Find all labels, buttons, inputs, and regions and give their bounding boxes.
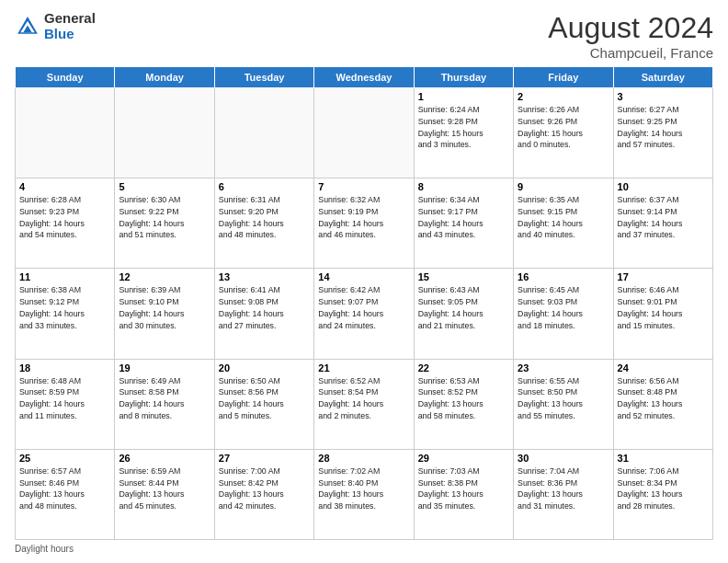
day-number: 7 — [318, 181, 409, 192]
calendar-cell — [115, 88, 214, 178]
calendar-cell — [314, 88, 414, 178]
location-title: Champcueil, France — [548, 45, 713, 61]
day-number: 2 — [518, 91, 609, 102]
day-info: Sunrise: 6:37 AMSunset: 9:14 PMDaylight:… — [618, 194, 709, 241]
logo-text: General Blue — [44, 11, 96, 41]
day-info: Sunrise: 7:04 AMSunset: 8:36 PMDaylight:… — [518, 465, 609, 512]
day-info: Sunrise: 7:03 AMSunset: 8:38 PMDaylight:… — [418, 465, 509, 512]
day-info: Sunrise: 6:42 AMSunset: 9:07 PMDaylight:… — [318, 284, 409, 331]
day-number: 26 — [119, 453, 210, 464]
weekday-header-wednesday: Wednesday — [314, 67, 414, 88]
logo-general: General — [44, 11, 96, 27]
calendar-cell: 29Sunrise: 7:03 AMSunset: 8:38 PMDayligh… — [414, 449, 513, 539]
weekday-header-saturday: Saturday — [613, 67, 712, 88]
day-info: Sunrise: 6:56 AMSunset: 8:48 PMDaylight:… — [618, 375, 709, 422]
day-info: Sunrise: 6:48 AMSunset: 8:59 PMDaylight:… — [19, 375, 110, 422]
day-number: 30 — [518, 453, 609, 464]
calendar-cell: 18Sunrise: 6:48 AMSunset: 8:59 PMDayligh… — [16, 359, 115, 449]
calendar-cell: 30Sunrise: 7:04 AMSunset: 8:36 PMDayligh… — [514, 449, 613, 539]
day-number: 5 — [119, 181, 210, 192]
calendar-cell: 27Sunrise: 7:00 AMSunset: 8:42 PMDayligh… — [214, 449, 313, 539]
day-number: 22 — [418, 362, 509, 373]
calendar-cell — [214, 88, 313, 178]
day-number: 15 — [418, 271, 509, 282]
day-info: Sunrise: 7:06 AMSunset: 8:34 PMDaylight:… — [618, 465, 709, 512]
calendar-cell: 9Sunrise: 6:35 AMSunset: 9:15 PMDaylight… — [514, 178, 613, 269]
day-info: Sunrise: 6:49 AMSunset: 8:58 PMDaylight:… — [119, 375, 210, 422]
day-info: Sunrise: 6:28 AMSunset: 9:23 PMDaylight:… — [19, 194, 110, 241]
day-number: 14 — [318, 271, 409, 282]
day-number: 29 — [418, 453, 509, 464]
day-info: Sunrise: 6:39 AMSunset: 9:10 PMDaylight:… — [119, 284, 210, 331]
calendar-cell: 20Sunrise: 6:50 AMSunset: 8:56 PMDayligh… — [214, 359, 313, 449]
day-info: Sunrise: 6:35 AMSunset: 9:15 PMDaylight:… — [518, 194, 609, 241]
day-info: Sunrise: 6:59 AMSunset: 8:44 PMDaylight:… — [119, 465, 210, 512]
weekday-header-monday: Monday — [115, 67, 214, 88]
week-row-5: 25Sunrise: 6:57 AMSunset: 8:46 PMDayligh… — [16, 449, 713, 539]
day-number: 10 — [618, 181, 709, 192]
day-info: Sunrise: 6:27 AMSunset: 9:25 PMDaylight:… — [618, 104, 709, 151]
calendar-table: SundayMondayTuesdayWednesdayThursdayFrid… — [15, 66, 713, 540]
calendar-cell: 5Sunrise: 6:30 AMSunset: 9:22 PMDaylight… — [115, 178, 214, 269]
calendar-cell: 10Sunrise: 6:37 AMSunset: 9:14 PMDayligh… — [613, 178, 712, 269]
title-block: August 2024 Champcueil, France — [548, 11, 713, 61]
calendar-cell: 14Sunrise: 6:42 AMSunset: 9:07 PMDayligh… — [314, 269, 414, 359]
day-info: Sunrise: 6:45 AMSunset: 9:03 PMDaylight:… — [518, 284, 609, 331]
calendar-cell: 8Sunrise: 6:34 AMSunset: 9:17 PMDaylight… — [414, 178, 513, 269]
day-number: 28 — [318, 453, 409, 464]
calendar-cell: 31Sunrise: 7:06 AMSunset: 8:34 PMDayligh… — [613, 449, 712, 539]
day-info: Sunrise: 6:52 AMSunset: 8:54 PMDaylight:… — [318, 375, 409, 422]
day-info: Sunrise: 6:38 AMSunset: 9:12 PMDaylight:… — [19, 284, 110, 331]
weekday-header-tuesday: Tuesday — [214, 67, 313, 88]
day-number: 9 — [518, 181, 609, 192]
day-info: Sunrise: 6:26 AMSunset: 9:26 PMDaylight:… — [518, 104, 609, 151]
day-number: 21 — [318, 362, 409, 373]
day-info: Sunrise: 6:24 AMSunset: 9:28 PMDaylight:… — [418, 104, 509, 151]
logo-icon — [15, 14, 40, 40]
day-number: 12 — [119, 271, 210, 282]
footer-text: Daylight hours — [15, 544, 74, 554]
calendar-cell: 2Sunrise: 6:26 AMSunset: 9:26 PMDaylight… — [514, 88, 613, 178]
calendar-cell: 7Sunrise: 6:32 AMSunset: 9:19 PMDaylight… — [314, 178, 414, 269]
calendar-cell: 28Sunrise: 7:02 AMSunset: 8:40 PMDayligh… — [314, 449, 414, 539]
day-number: 31 — [618, 453, 709, 464]
day-info: Sunrise: 6:34 AMSunset: 9:17 PMDaylight:… — [418, 194, 509, 241]
day-number: 3 — [618, 91, 709, 102]
day-number: 17 — [618, 271, 709, 282]
calendar-cell: 3Sunrise: 6:27 AMSunset: 9:25 PMDaylight… — [613, 88, 712, 178]
calendar-cell: 21Sunrise: 6:52 AMSunset: 8:54 PMDayligh… — [314, 359, 414, 449]
week-row-2: 4Sunrise: 6:28 AMSunset: 9:23 PMDaylight… — [16, 178, 713, 269]
day-number: 4 — [19, 181, 110, 192]
day-info: Sunrise: 6:32 AMSunset: 9:19 PMDaylight:… — [318, 194, 409, 241]
calendar-cell: 23Sunrise: 6:55 AMSunset: 8:50 PMDayligh… — [514, 359, 613, 449]
month-title: August 2024 — [548, 11, 713, 45]
week-row-4: 18Sunrise: 6:48 AMSunset: 8:59 PMDayligh… — [16, 359, 713, 449]
calendar-cell: 6Sunrise: 6:31 AMSunset: 9:20 PMDaylight… — [214, 178, 313, 269]
logo: General Blue — [15, 11, 96, 41]
weekday-header-thursday: Thursday — [414, 67, 513, 88]
day-info: Sunrise: 7:00 AMSunset: 8:42 PMDaylight:… — [219, 465, 310, 512]
day-info: Sunrise: 6:57 AMSunset: 8:46 PMDaylight:… — [19, 465, 110, 512]
day-info: Sunrise: 7:02 AMSunset: 8:40 PMDaylight:… — [318, 465, 409, 512]
day-number: 13 — [219, 271, 310, 282]
calendar-cell: 19Sunrise: 6:49 AMSunset: 8:58 PMDayligh… — [115, 359, 214, 449]
week-row-1: 1Sunrise: 6:24 AMSunset: 9:28 PMDaylight… — [16, 88, 713, 178]
calendar-cell: 25Sunrise: 6:57 AMSunset: 8:46 PMDayligh… — [16, 449, 115, 539]
day-number: 18 — [19, 362, 110, 373]
calendar-cell: 26Sunrise: 6:59 AMSunset: 8:44 PMDayligh… — [115, 449, 214, 539]
day-number: 16 — [518, 271, 609, 282]
week-row-3: 11Sunrise: 6:38 AMSunset: 9:12 PMDayligh… — [16, 269, 713, 359]
day-info: Sunrise: 6:31 AMSunset: 9:20 PMDaylight:… — [219, 194, 310, 241]
day-info: Sunrise: 6:41 AMSunset: 9:08 PMDaylight:… — [219, 284, 310, 331]
calendar-cell: 24Sunrise: 6:56 AMSunset: 8:48 PMDayligh… — [613, 359, 712, 449]
calendar-cell: 15Sunrise: 6:43 AMSunset: 9:05 PMDayligh… — [414, 269, 513, 359]
weekday-header-sunday: Sunday — [16, 67, 115, 88]
calendar-cell: 11Sunrise: 6:38 AMSunset: 9:12 PMDayligh… — [16, 269, 115, 359]
day-info: Sunrise: 6:53 AMSunset: 8:52 PMDaylight:… — [418, 375, 509, 422]
day-info: Sunrise: 6:30 AMSunset: 9:22 PMDaylight:… — [119, 194, 210, 241]
logo-blue: Blue — [44, 27, 96, 42]
calendar-cell — [16, 88, 115, 178]
day-info: Sunrise: 6:46 AMSunset: 9:01 PMDaylight:… — [618, 284, 709, 331]
day-number: 8 — [418, 181, 509, 192]
day-number: 23 — [518, 362, 609, 373]
